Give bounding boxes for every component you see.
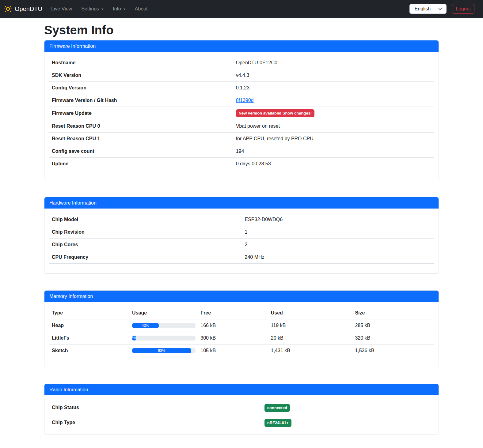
row-label: Reset Reason CPU 1 (49, 133, 234, 145)
language-select[interactable]: English (409, 4, 447, 14)
row-value: 0 days 00:28:53 (234, 158, 434, 170)
row-label: Firmware Update (49, 107, 234, 120)
table-row: Firmware Version / Git Hash 8f1390d (49, 94, 434, 107)
column-header-usage: Usage (130, 307, 198, 319)
row-label: Hostname (49, 57, 234, 69)
firmware-table: Hostname OpenDTU-0E12C0 SDK Version v4.4… (49, 57, 434, 170)
table-row: Sketch 93% 105 kB 1,431 kB 1,536 kB (49, 344, 434, 357)
usage-cell: 42% (130, 319, 198, 332)
table-row: Reset Reason CPU 1 for APP CPU, reseted … (49, 133, 434, 145)
nav-item-label: Live View (51, 6, 72, 12)
chip-type-badge: nRF24L01+ (264, 419, 291, 427)
firmware-card: Firmware Information Hostname OpenDTU-0E… (44, 40, 439, 180)
row-label: LittleFs (49, 332, 130, 344)
row-label: Chip Type (49, 415, 263, 430)
table-row: Uptime 0 days 00:28:53 (49, 158, 434, 170)
nav-item-label: About (135, 6, 148, 12)
caret-down-icon (123, 9, 126, 10)
row-label: Chip Status (49, 400, 263, 415)
brand-name: OpenDTU (15, 6, 42, 13)
row-value: 240 MHz (242, 251, 434, 264)
row-value: 0.1.23 (234, 82, 434, 94)
size-cell: 320 kB (352, 332, 434, 344)
hardware-table: Chip Model ESP32-D0WDQ6 Chip Revision 1 … (49, 213, 434, 264)
column-header-type: Type (49, 307, 130, 319)
table-row: LittleFs 6% 300 kB 20 kB 320 kB (49, 332, 434, 344)
table-row: Reset Reason CPU 0 Vbat power on reset (49, 120, 434, 133)
brand[interactable]: OpenDTU (4, 5, 42, 13)
hardware-card-header: Hardware Information (44, 197, 439, 209)
table-header-row: Type Usage Free Used Size (49, 307, 434, 319)
hardware-card: Hardware Information Chip Model ESP32-D0… (44, 197, 439, 274)
memory-card-header: Memory Information (44, 291, 439, 302)
row-label: Uptime (49, 158, 234, 170)
nav-item-about[interactable]: About (130, 4, 152, 14)
git-hash-link[interactable]: 8f1390d (236, 98, 254, 103)
nav-item-settings[interactable]: Settings (77, 4, 108, 14)
progress-track: 6% (132, 336, 196, 341)
free-cell: 300 kB (198, 332, 268, 344)
row-label: Chip Revision (49, 226, 242, 239)
sun-icon (4, 5, 12, 13)
page-title: System Info (44, 23, 439, 37)
row-value: 1 (242, 226, 434, 239)
row-label: Sketch (49, 344, 130, 357)
row-value: 8f1390d (234, 94, 434, 107)
row-value: connected (263, 400, 290, 415)
row-value: New version available! Show changes! (234, 107, 434, 120)
progress-label: 93% (158, 348, 165, 353)
row-label: Config Version (49, 82, 234, 94)
table-row: Config save count 194 (49, 145, 434, 158)
table-row: Firmware Update New version available! S… (49, 107, 434, 120)
progress-bar: 6% (132, 336, 136, 341)
radio-card: Radio Information Chip Status connected … (44, 384, 439, 435)
row-label: Heap (49, 319, 130, 332)
used-cell: 1,431 kB (268, 344, 353, 357)
row-value: Vbat power on reset (234, 120, 434, 133)
usage-cell: 6% (130, 332, 198, 344)
progress-track: 93% (132, 348, 196, 353)
row-label: Chip Cores (49, 239, 242, 251)
column-header-size: Size (352, 307, 434, 319)
table-row: Chip Status connected (49, 400, 434, 415)
size-cell: 285 kB (352, 319, 434, 332)
navbar-right: English Logout (409, 4, 474, 14)
logout-button[interactable]: Logout (452, 4, 474, 14)
nav-item-info[interactable]: Info (108, 4, 130, 14)
row-value: OpenDTU-0E12C0 (234, 57, 434, 69)
row-value: nRF24L01+ (263, 415, 291, 430)
row-value: v4.4.3 (234, 69, 434, 82)
row-label: SDK Version (49, 69, 234, 82)
chevron-down-icon (438, 7, 442, 11)
nav-links: Live View Settings Info About (47, 4, 409, 14)
language-select-value: English (415, 6, 431, 12)
column-header-free: Free (198, 307, 268, 319)
firmware-card-header: Firmware Information (44, 40, 439, 52)
used-cell: 20 kB (268, 332, 353, 344)
row-label: Firmware Version / Git Hash (49, 94, 234, 107)
progress-bar: 93% (132, 348, 191, 353)
nav-item-label: Info (113, 6, 121, 12)
free-cell: 166 kB (198, 319, 268, 332)
table-row: Hostname OpenDTU-0E12C0 (49, 57, 434, 69)
radio-card-header: Radio Information (44, 384, 439, 395)
row-value: for APP CPU, reseted by PRO CPU (234, 133, 434, 145)
progress-label: 6% (131, 336, 137, 341)
row-label: Config save count (49, 145, 234, 158)
nav-item-live-view[interactable]: Live View (47, 4, 77, 14)
row-label: Reset Reason CPU 0 (49, 120, 234, 133)
row-value: 194 (234, 145, 434, 158)
table-row: Config Version 0.1.23 (49, 82, 434, 94)
firmware-update-badge[interactable]: New version available! Show changes! (236, 109, 314, 117)
caret-down-icon (101, 9, 104, 10)
table-row: Chip Revision 1 (49, 226, 434, 239)
progress-track: 42% (132, 323, 196, 328)
column-header-used: Used (268, 307, 353, 319)
table-row: Heap 42% 166 kB 119 kB 285 kB (49, 319, 434, 332)
usage-cell: 93% (130, 344, 198, 357)
size-cell: 1,536 kB (352, 344, 434, 357)
table-row: CPU Frequency 240 MHz (49, 251, 434, 264)
free-cell: 105 kB (198, 344, 268, 357)
chip-status-badge: connected (264, 404, 290, 412)
progress-bar: 42% (132, 323, 159, 328)
